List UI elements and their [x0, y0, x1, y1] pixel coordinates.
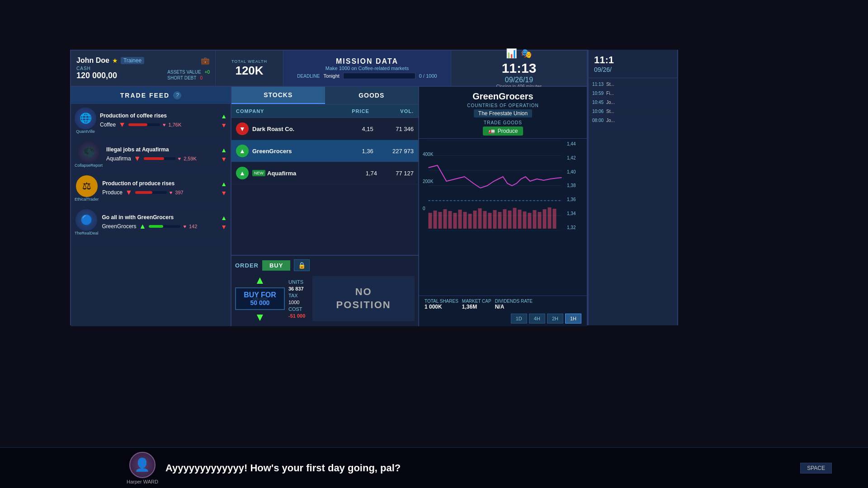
total-shares-label: TOTAL SHARES: [425, 299, 458, 304]
main-ui: John Doe ★ Trainee 💼 CASH 120 000,00 ASS…: [70, 50, 588, 325]
news-text-4: St...: [606, 109, 614, 114]
mission-section: MISSION DATA Make 1000 on Coffee-related…: [283, 51, 451, 86]
heart-icon-1: ♥: [163, 122, 166, 127]
feed-stock-row-3: Produce ▼ ♥ 397: [102, 188, 217, 197]
produce-label: Produce: [498, 128, 518, 134]
time-btn-2h[interactable]: 2H: [547, 314, 563, 324]
news-time-3: 10:45: [592, 100, 604, 105]
stock-name-3: Aquafirma: [267, 170, 340, 177]
feed-stock-row-1: Coffee ▼ ♥ 1,76K: [100, 121, 217, 129]
player-name: John Doe: [76, 56, 109, 65]
feed-up-arrow-4[interactable]: ▲: [221, 214, 227, 221]
feed-avatar-wrapper-1: 🌐 QuantVille: [75, 108, 96, 134]
price-chart: [423, 141, 583, 231]
chat-bar: 👤 Harper WARD Ayyyyyyyyyyyyy! How's your…: [0, 447, 868, 488]
wealth-label: TOTAL WEALTH: [231, 59, 267, 64]
heart-icon-4: ♥: [183, 224, 186, 229]
clock-time: 11:13: [502, 61, 537, 76]
feed-item-1[interactable]: 🌐 QuantVille Production of coffee rises …: [71, 104, 231, 138]
mission-title: MISSION DATA: [336, 57, 398, 66]
order-amount: 50 000: [250, 299, 270, 306]
feed-item-2[interactable]: 🌑 CollapseReport Illegal jobs at Aquafir…: [71, 138, 231, 172]
feed-up-arrow-1[interactable]: ▲: [221, 113, 227, 120]
feed-up-arrow-2[interactable]: ▲: [221, 146, 227, 154]
units-value: 36 837: [288, 286, 305, 291]
market-cap-stat: MARKET CAP 1,36M: [462, 299, 491, 310]
tab-stocks[interactable]: STOCKS: [231, 87, 325, 104]
feed-up-arrow-3[interactable]: ▲: [221, 180, 227, 188]
svg-rect-21: [498, 212, 502, 229]
time-btn-1h[interactable]: 1H: [565, 314, 581, 324]
svg-rect-19: [488, 213, 492, 229]
dividends-value: N/A: [495, 304, 533, 310]
cash-block: CASH 120 000,00: [76, 66, 117, 80]
feed-source-3: EthicalTrader: [75, 197, 99, 202]
right-panel: GreenGrocers COUNTRIES OF OPERATION The …: [419, 87, 587, 326]
order-up-button[interactable]: ▲: [255, 275, 265, 286]
debt-block: ASSETS VALUE +0 SHORT DEBT 0: [167, 70, 210, 80]
svg-rect-17: [478, 208, 482, 229]
lock-button[interactable]: 🔒: [294, 259, 310, 271]
player-name-row: John Doe ★ Trainee 💼: [76, 56, 210, 65]
stats-row: TOTAL SHARES 1 000K MARKET CAP 1,36M DIV…: [419, 296, 587, 326]
top-bar: John Doe ★ Trainee 💼 CASH 120 000,00 ASS…: [71, 51, 587, 87]
right-sidebar: 11:1 09/26/ 11:13 St... 10:59 Fi... 10:4…: [588, 50, 678, 325]
stock-row-3[interactable]: ▲ NEW Aquafirma 1,74 77 127: [231, 162, 418, 184]
feed-trend-down-3: ▼: [125, 188, 132, 197]
feed-avatar-wrapper-4: 🔵 TheRealDeal: [75, 209, 99, 235]
order-amount-display: BUY FOR 50 000 xzji.com: [235, 287, 285, 310]
svg-rect-27: [528, 213, 532, 229]
order-section: ORDER BUY 🔒 ▲ BUY FOR 50 000 xzji.com ▼: [231, 255, 418, 326]
feed-item-3[interactable]: ⚖ EthicalTrader Production of produce ri…: [71, 172, 231, 206]
feed-source-4: TheRealDeal: [75, 231, 99, 235]
feed-item-4[interactable]: 🔵 TheRealDeal Go all in with GreenGrocer…: [71, 206, 231, 239]
total-shares-stat: TOTAL SHARES 1 000K: [425, 299, 458, 310]
svg-rect-14: [463, 212, 467, 229]
trade-feed-panel: TRADE FEED ? 🌐 QuantVille Production of …: [71, 87, 231, 326]
tab-goods[interactable]: GOODS: [325, 87, 419, 104]
content-area: TRADE FEED ? 🌐 QuantVille Production of …: [71, 87, 587, 326]
feed-trend-down-1: ▼: [118, 121, 126, 129]
svg-rect-11: [448, 211, 452, 229]
feed-arrows-1: ▲ ▼: [221, 113, 227, 129]
heart-icon-3: ♥: [170, 190, 173, 195]
deadline-label: DEADLINE: [297, 74, 320, 79]
debt-label: SHORT DEBT: [167, 75, 196, 80]
tax-label: TAX: [288, 293, 305, 298]
buy-button[interactable]: BUY: [262, 260, 290, 271]
feed-down-arrow-2[interactable]: ▼: [221, 155, 227, 163]
feed-source-2: CollapseReport: [75, 163, 103, 168]
no-position-panel: NOPOSITION: [312, 276, 415, 321]
col-header-vol: VOL.: [369, 108, 414, 114]
x-label-1: 200K: [423, 179, 433, 184]
svg-rect-10: [443, 209, 447, 229]
feed-bar-2: [144, 157, 175, 160]
order-down-button[interactable]: ▼: [255, 312, 265, 323]
svg-rect-28: [533, 210, 537, 229]
player-info: John Doe ★ Trainee 💼 CASH 120 000,00 ASS…: [71, 51, 216, 86]
feed-down-arrow-1[interactable]: ▼: [221, 122, 227, 129]
space-button[interactable]: SPACE: [800, 463, 832, 474]
svg-rect-30: [543, 209, 547, 229]
y-label-4: 1,36: [567, 197, 583, 202]
stock-row-1[interactable]: ▼ Dark Roast Co. 4,15 71 346: [231, 118, 418, 140]
feed-avatar-3: ⚖: [76, 175, 98, 197]
table-header: COMPANY PRICE VOL.: [231, 105, 418, 118]
market-cap-value: 1,36M: [462, 304, 491, 310]
feed-bar-3: [135, 191, 167, 194]
feed-down-arrow-4[interactable]: ▼: [221, 223, 227, 230]
trade-feed-header: TRADE FEED ?: [71, 87, 231, 104]
feed-avatar-wrapper-2: 🌑 CollapseReport: [75, 141, 103, 168]
trend-arrow-up-3: ▲: [239, 169, 245, 177]
feed-down-arrow-3[interactable]: ▼: [221, 189, 227, 197]
time-btn-1d[interactable]: 1D: [511, 314, 527, 324]
trend-arrow-up-2: ▲: [239, 147, 245, 155]
feed-bar-1: [128, 123, 160, 126]
time-btn-4h[interactable]: 4H: [529, 314, 545, 324]
feed-trend-down-2: ▼: [134, 155, 141, 163]
stock-row-2[interactable]: ▲ GreenGrocers 1,36 227 973: [231, 140, 418, 162]
debt-value: 0: [200, 75, 203, 80]
feed-content-3: Production of produce rises Produce ▼ ♥ …: [102, 180, 217, 197]
help-icon[interactable]: ?: [173, 91, 181, 99]
chat-speaker-name: Harper WARD: [127, 479, 158, 484]
